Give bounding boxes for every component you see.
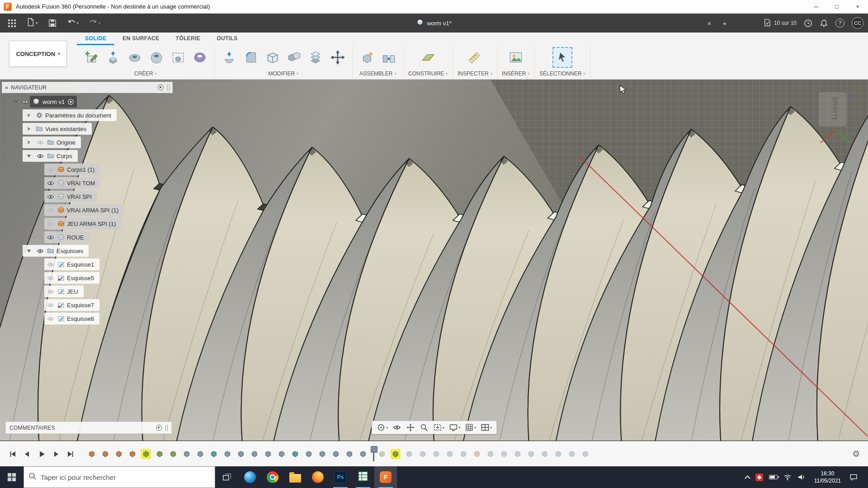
collapse-panel-icon[interactable]: « [5, 84, 8, 91]
insert-canvas-tool-button[interactable] [506, 47, 526, 68]
visibility-off-icon[interactable] [46, 302, 55, 309]
undo-button[interactable]: ▾ [65, 16, 81, 30]
assembler-menu-button[interactable]: ASSEMBLER▾ [359, 70, 396, 78]
selectionner-menu-button[interactable]: SÉLECTIONNER▾ [539, 70, 585, 78]
app-grid-menu-button[interactable] [6, 18, 18, 29]
notifications-bell-icon[interactable] [820, 19, 828, 28]
timeline-play-button[interactable] [35, 448, 48, 460]
redo-button[interactable]: ▾ [87, 16, 103, 30]
visibility-on-icon[interactable] [36, 248, 45, 254]
timeline-feature-28[interactable] [459, 450, 467, 458]
timeline-feature-18[interactable] [318, 450, 326, 458]
timeline-feature-8[interactable] [183, 450, 191, 458]
timeline-feature-19[interactable] [332, 450, 340, 458]
navigator-item-origine[interactable]: Origine [2, 136, 173, 149]
expand-closed-icon[interactable] [24, 139, 33, 145]
timeline-feature-22[interactable] [378, 450, 386, 458]
network-wifi-icon[interactable] [783, 474, 792, 481]
spreadsheet-taskbar-icon[interactable] [352, 466, 374, 488]
timeline-feature-24[interactable] [405, 450, 413, 458]
fusion-360-taskbar-icon[interactable]: F [374, 466, 397, 488]
navigator-item-vrai-arma-spi-1[interactable]: VRAI ARMA SPI (1) [2, 203, 173, 217]
visibility-off-icon[interactable] [46, 166, 55, 173]
visibility-on-icon[interactable] [21, 99, 30, 105]
close-document-tab-button[interactable]: × [703, 14, 716, 33]
inspecter-menu-button[interactable]: INSPECTER▾ [458, 70, 492, 78]
timeline-feature-2[interactable] [101, 450, 109, 458]
navigator-item-parametres-du-document[interactable]: Paramètres du document [2, 108, 173, 122]
navigator-item-esquisse8[interactable]: Esquisse8 [2, 312, 173, 325]
press-pull-tool-button[interactable] [219, 47, 239, 68]
navigator-item-vrai-tom[interactable]: VRAI TOM [2, 176, 173, 190]
activate-component-radio[interactable] [67, 99, 74, 105]
timeline-feature-9[interactable] [196, 450, 204, 458]
combine-tool-button[interactable] [284, 47, 304, 68]
coil-tool-button[interactable] [190, 47, 210, 68]
select-tool-button[interactable] [552, 47, 572, 68]
timeline-feature-37[interactable] [581, 450, 590, 458]
measure-tool-button[interactable] [465, 47, 485, 68]
timeline-feature-21[interactable] [359, 450, 367, 458]
viewports-button[interactable]: ▾ [479, 422, 494, 433]
revolve-tool-button[interactable] [125, 47, 145, 68]
timeline-next-step-button[interactable] [50, 448, 62, 460]
timeline-feature-36[interactable] [568, 450, 576, 458]
chrome-taskbar-icon[interactable] [261, 466, 284, 488]
visibility-on-icon[interactable] [46, 180, 55, 187]
timeline-feature-30[interactable] [486, 450, 495, 458]
expand-open-icon[interactable] [24, 153, 33, 159]
timeline-feature-1[interactable] [88, 450, 96, 458]
timeline-feature-20[interactable] [345, 450, 354, 458]
close-button[interactable]: × [847, 0, 868, 13]
visibility-off-icon[interactable] [46, 315, 55, 322]
fillet-tool-button[interactable] [241, 47, 261, 68]
comments-panel-header[interactable]: COMMENTAIRES [5, 422, 172, 434]
navigator-item-roue[interactable]: ROUE [2, 230, 173, 244]
workspace-switcher[interactable]: CONCEPTION ▾ [9, 41, 67, 67]
navigator-item-esquisse1[interactable]: Esquisse1 [2, 258, 173, 271]
timeline-feature-17[interactable] [305, 450, 313, 458]
timeline-playhead[interactable] [371, 446, 376, 462]
timeline-feature-35[interactable] [554, 450, 562, 458]
timeline-go-to-end-button[interactable] [64, 448, 77, 460]
expand-open-icon[interactable] [12, 99, 21, 105]
visibility-on-icon[interactable] [46, 234, 55, 241]
ribbon-tab-tolerie[interactable]: TÔLERIE [167, 33, 208, 45]
tray-red-app-icon[interactable] [755, 474, 763, 481]
search-input[interactable] [41, 474, 210, 481]
modifier-menu-button[interactable]: MODIFIER▾ [268, 70, 298, 78]
timeline-feature-3[interactable] [115, 450, 123, 458]
timeline-feature-25[interactable] [419, 450, 427, 458]
edge-taskbar-icon[interactable] [239, 466, 261, 488]
timeline-feature-27[interactable] [446, 450, 454, 458]
timeline-feature-29[interactable] [473, 450, 481, 458]
timeline-feature-4[interactable] [128, 450, 137, 458]
inserer-menu-button[interactable]: INSÉRER▾ [502, 70, 530, 78]
clock[interactable]: 16:30 11/05/2021 [811, 470, 844, 484]
timeline-feature-32[interactable] [514, 450, 522, 458]
timeline-settings-gear-icon[interactable]: ⚙ [852, 449, 860, 459]
document-tab[interactable]: worm v1* [409, 14, 458, 33]
visibility-off-icon[interactable] [46, 221, 55, 227]
look-at-button[interactable] [391, 422, 403, 433]
visibility-off-icon[interactable] [36, 139, 45, 146]
box-tool-button[interactable] [168, 47, 188, 68]
navigator-item-vrai-spi[interactable]: VRAI SPI [2, 190, 173, 203]
construire-menu-button[interactable]: CONSTRUIRE▾ [408, 70, 448, 78]
navigator-item-esquisses[interactable]: Esquisses [2, 244, 173, 258]
ribbon-tab-solide[interactable]: SOLIDE [77, 33, 114, 45]
recent-activity-icon[interactable] [804, 19, 812, 28]
visibility-off-icon[interactable] [46, 275, 55, 282]
timeline-feature-14[interactable] [264, 450, 272, 458]
task-view-button[interactable] [215, 466, 239, 488]
panel-pin-icon[interactable] [158, 84, 164, 90]
timeline-feature-10[interactable] [210, 450, 218, 458]
extrude-tool-button[interactable] [103, 47, 123, 68]
taskbar-search[interactable] [24, 466, 215, 488]
visibility-off-icon[interactable] [46, 207, 55, 214]
expand-closed-icon[interactable] [24, 126, 33, 132]
timeline-feature-5[interactable] [142, 450, 150, 458]
timeline-feature-33[interactable] [527, 450, 535, 458]
file-explorer-taskbar-icon[interactable] [284, 466, 307, 488]
action-center-icon[interactable] [849, 474, 858, 481]
